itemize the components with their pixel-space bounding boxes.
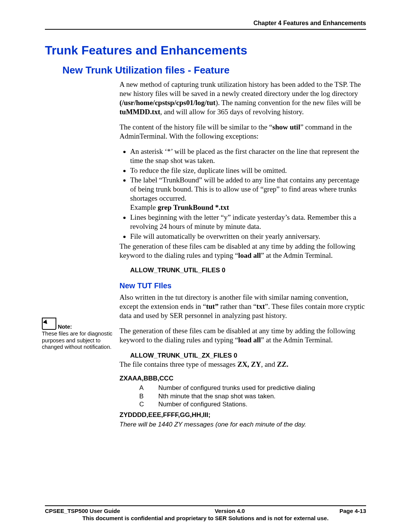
text: ” at the Admin Terminal. <box>261 251 333 259</box>
field-desc: Nth minute that the snap shot was taken. <box>158 393 276 400</box>
command-load-all: load all <box>238 251 261 259</box>
footer-divider <box>45 505 366 506</box>
text: ). The naming convention for the new fil… <box>215 99 361 107</box>
footer-page-number: Page 4-13 <box>339 508 366 514</box>
note-icon <box>42 318 56 330</box>
margin-note: Note: These files are for diagnostic pur… <box>42 318 114 351</box>
page-title: Trunk Features and Enhancements <box>45 43 366 58</box>
field-b: BNth minute that the snap shot was taken… <box>139 392 366 400</box>
field-desc: Number of configured Stations. <box>158 401 247 408</box>
paragraph-intro: A new method of capturing trunk utilizat… <box>119 80 366 117</box>
ext-txt: txt <box>256 302 265 310</box>
text: The file contains three type of messages <box>119 360 237 368</box>
field-a: ANumber of configured trunks used for pr… <box>139 384 366 392</box>
msg-types-zxzy: ZX, ZY <box>237 360 261 368</box>
text: The label “TrunkBound” will be added to … <box>130 176 359 202</box>
section-tut-files: New TUT FIles <box>119 281 366 291</box>
paragraph-showutil: The content of the history file will be … <box>119 123 366 141</box>
footer-version: Version 4.0 <box>215 508 245 514</box>
command-load-all: load all <box>238 336 261 344</box>
footer-doc-title: CPSEE_TSP500 User Guide <box>45 508 120 514</box>
keyword-allow-trunk-util-zx-files: ALLOW_TRUNK_UTIL_ZX_FILES 0 <box>130 352 237 359</box>
list-item: An asterisk ‘*’ will be placed as the fi… <box>130 147 366 165</box>
zx-format-header: ZXAAA,BBB,CCC <box>119 374 366 382</box>
note-body: These files are for diagnostic purposes … <box>42 331 112 350</box>
section-subtitle: New Trunk Utilization files - Feature <box>62 64 366 76</box>
filename-format: tuMMDD.txt <box>119 108 160 116</box>
list-item: The label “TrunkBound” will be added to … <box>130 176 366 212</box>
text: , and <box>261 360 277 368</box>
grep-command: grep TrunkBound *.txt <box>158 203 229 211</box>
example-label: Example <box>130 203 158 211</box>
ext-tut: tut” <box>206 302 218 310</box>
paragraph-tut-disable: The generation of these files cam be dis… <box>119 326 366 345</box>
log-directory-path: (/usr/home/cpstsp/cps01/log/tut <box>119 99 215 107</box>
list-item: File will automatically be overwritten o… <box>130 232 366 241</box>
zy-count-note: There will be 1440 ZY messages (one for … <box>119 420 366 428</box>
text: ” at the Admin Terminal. <box>261 336 333 344</box>
text: rather than “ <box>218 302 256 310</box>
page-footer: CPSEE_TSP500 User Guide Version 4.0 Page… <box>45 505 366 521</box>
exception-list: An asterisk ‘*’ will be placed as the fi… <box>119 147 366 241</box>
text: The content of the history file will be … <box>119 123 272 131</box>
field-label: A <box>139 384 158 392</box>
command-show-util: show util <box>272 123 300 131</box>
body-column: A new method of capturing trunk utilizat… <box>119 80 366 428</box>
paragraph-tut-intro: Also written in the tut directory is ano… <box>119 293 366 320</box>
field-label: B <box>139 392 158 400</box>
list-item: Lines beginning with the letter “y” indi… <box>130 213 366 231</box>
text: A new method of capturing trunk utilizat… <box>119 80 361 97</box>
field-c: CNumber of configured Stations. <box>139 400 366 408</box>
footer-row: CPSEE_TSP500 User Guide Version 4.0 Page… <box>45 508 366 514</box>
list-item: To reduce the file size, duplicate lines… <box>130 166 366 175</box>
field-desc: Number of configured trunks used for pre… <box>158 384 315 391</box>
field-label: C <box>139 400 158 408</box>
zy-format-header: ZYDDDD,EEE,FFFF,GG,HH,III; <box>119 411 366 419</box>
chapter-header: Chapter 4 Features and Enhancements <box>45 20 366 27</box>
paragraph-disable: The generation of these files cam be dis… <box>119 242 366 260</box>
header-divider <box>45 29 366 30</box>
keyword-allow-trunk-util-files: ALLOW_TRUNK_UTIL_FILES 0 <box>130 266 366 274</box>
document-page: Chapter 4 Features and Enhancements Trun… <box>0 0 411 532</box>
keyword-and-msgline: ALLOW_TRUNK_UTIL_ZX_FILES 0 The file con… <box>119 351 366 369</box>
note-title: Note: <box>58 324 72 330</box>
text: , and will allow for 365 days of revolvi… <box>160 108 304 116</box>
footer-confidential: This document is confidential and propri… <box>45 515 366 521</box>
msg-type-zz: ZZ. <box>277 360 288 368</box>
